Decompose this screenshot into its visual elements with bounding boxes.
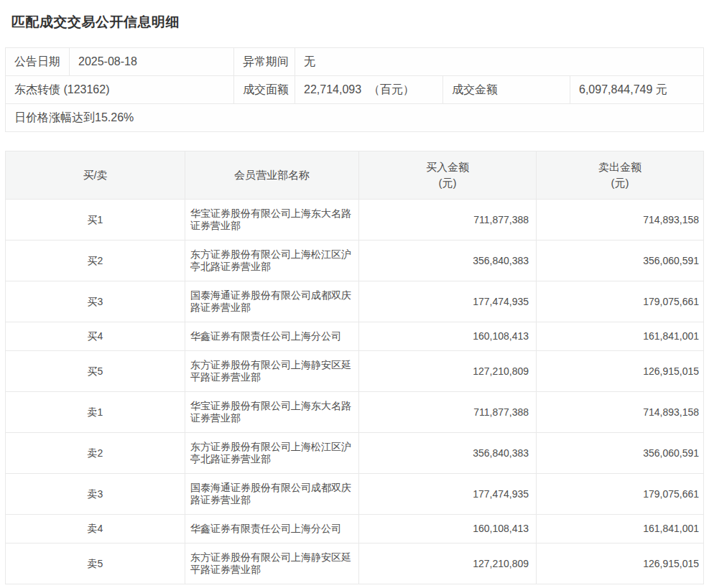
face-amount-unit: （百元） [369, 83, 414, 97]
price-change-note: 日价格涨幅达到15.26% [6, 104, 703, 131]
col-header-sell-line1: 卖出金额 [542, 159, 698, 175]
table-row: 卖5 东方证券股份有限公司上海静安区延平路证券营业部 127,210,809 1… [6, 543, 704, 584]
broker-cell: 国泰海通证券股份有限公司成都双庆路证券营业部 [185, 474, 359, 515]
table-row: 买5 东方证券股份有限公司上海静安区延平路证券营业部 127,210,809 1… [6, 351, 704, 392]
sell-amount-cell: 714,893,158 [537, 392, 704, 433]
buy-amount-cell: 711,877,388 [359, 200, 537, 241]
public-deal-table: 买/卖 会员营业部名称 买入金额 (元) 卖出金额 (元) 买1 华宝证券股份有… [5, 151, 704, 584]
sell-amount-cell: 161,841,001 [537, 515, 704, 543]
sell-amount-cell: 161,841,001 [537, 322, 704, 351]
table-row: 卖2 东方证券股份有限公司上海松江区沪亭北路证券营业部 356,840,383 … [6, 433, 704, 474]
sell-amount-cell: 714,893,158 [537, 200, 704, 241]
side-cell: 买3 [6, 281, 185, 322]
buy-amount-cell: 711,877,388 [359, 392, 537, 433]
broker-cell: 华宝证券股份有限公司上海东大名路证券营业部 [185, 392, 359, 433]
sell-amount-cell: 179,075,661 [537, 474, 704, 515]
buy-amount-cell: 356,840,383 [359, 241, 537, 281]
table-header: 买/卖 会员营业部名称 买入金额 (元) 卖出金额 (元) [6, 151, 704, 200]
side-cell: 卖3 [6, 474, 185, 515]
side-cell: 买2 [6, 241, 185, 281]
sell-amount-cell: 356,060,591 [537, 433, 704, 474]
col-header-broker: 会员营业部名称 [185, 151, 359, 200]
buy-amount-cell: 356,840,383 [359, 433, 537, 474]
abnormal-period-label: 异常期间 [234, 48, 295, 76]
sell-amount-cell: 179,075,661 [537, 281, 704, 322]
buy-amount-cell: 127,210,809 [359, 351, 537, 392]
buy-amount-cell: 177,474,935 [359, 281, 537, 322]
side-cell: 卖2 [6, 433, 185, 474]
side-cell: 卖5 [6, 543, 185, 584]
buy-amount-cell: 160,108,413 [359, 322, 537, 351]
broker-cell: 国泰海通证券股份有限公司成都双庆路证券营业部 [185, 281, 359, 322]
table-row: 买3 国泰海通证券股份有限公司成都双庆路证券营业部 177,474,935 17… [6, 281, 704, 322]
face-amount-number: 22,714,093 [304, 83, 361, 95]
broker-cell: 华鑫证券有限责任公司上海分公司 [185, 515, 359, 543]
face-amount-label: 成交面额 [234, 76, 295, 104]
side-cell: 卖1 [6, 392, 185, 433]
page-title: 匹配成交交易公开信息明细 [11, 14, 704, 30]
col-header-buy-line2: (元) [365, 175, 530, 191]
summary-info-panel: 公告日期 2025-08-18 异常期间 无 东杰转债 (123162) 成交面… [5, 47, 704, 132]
table-row: 卖3 国泰海通证券股份有限公司成都双庆路证券营业部 177,474,935 17… [6, 474, 704, 515]
broker-cell: 华鑫证券有限责任公司上海分公司 [185, 322, 359, 351]
table-row: 买1 华宝证券股份有限公司上海东大名路证券营业部 711,877,388 714… [6, 200, 704, 241]
buy-amount-cell: 160,108,413 [359, 515, 537, 543]
broker-cell: 东方证券股份有限公司上海静安区延平路证券营业部 [185, 351, 359, 392]
abnormal-period-value: 无 [295, 48, 703, 76]
table-row: 卖4 华鑫证券有限责任公司上海分公司 160,108,413 161,841,0… [6, 515, 704, 543]
face-amount-value: 22,714,093（百元） [295, 76, 443, 104]
side-cell: 买5 [6, 351, 185, 392]
broker-cell: 东方证券股份有限公司上海静安区延平路证券营业部 [185, 543, 359, 584]
security-name: 东杰转债 (123162) [6, 76, 234, 104]
broker-cell: 东方证券股份有限公司上海松江区沪亭北路证券营业部 [185, 241, 359, 281]
announce-date-label: 公告日期 [6, 48, 70, 76]
table-row: 卖1 华宝证券股份有限公司上海东大名路证券营业部 711,877,388 714… [6, 392, 704, 433]
buy-amount-cell: 177,474,935 [359, 474, 537, 515]
col-header-side: 买/卖 [6, 151, 185, 200]
table-header-row: 买/卖 会员营业部名称 买入金额 (元) 卖出金额 (元) [6, 151, 704, 200]
table-row: 买2 东方证券股份有限公司上海松江区沪亭北路证券营业部 356,840,383 … [6, 241, 704, 281]
side-cell: 买4 [6, 322, 185, 351]
col-header-buy-line1: 买入金额 [365, 159, 530, 175]
col-header-sell-line2: (元) [542, 175, 698, 191]
buy-amount-cell: 127,210,809 [359, 543, 537, 584]
broker-cell: 华宝证券股份有限公司上海东大名路证券营业部 [185, 200, 359, 241]
side-cell: 卖4 [6, 515, 185, 543]
turnover-value: 6,097,844,749 元 [570, 76, 703, 104]
announce-date-value: 2025-08-18 [70, 48, 234, 76]
sell-amount-cell: 126,915,015 [537, 351, 704, 392]
sell-amount-cell: 126,915,015 [537, 543, 704, 584]
table-row: 买4 华鑫证券有限责任公司上海分公司 160,108,413 161,841,0… [6, 322, 704, 351]
col-header-buy-amount: 买入金额 (元) [359, 151, 537, 200]
page-container: 匹配成交交易公开信息明细 公告日期 2025-08-18 异常期间 无 东杰转债… [5, 0, 704, 584]
side-cell: 买1 [6, 200, 185, 241]
sell-amount-cell: 356,060,591 [537, 241, 704, 281]
turnover-label: 成交金额 [443, 76, 570, 104]
col-header-sell-amount: 卖出金额 (元) [537, 151, 704, 200]
broker-cell: 东方证券股份有限公司上海松江区沪亭北路证券营业部 [185, 433, 359, 474]
